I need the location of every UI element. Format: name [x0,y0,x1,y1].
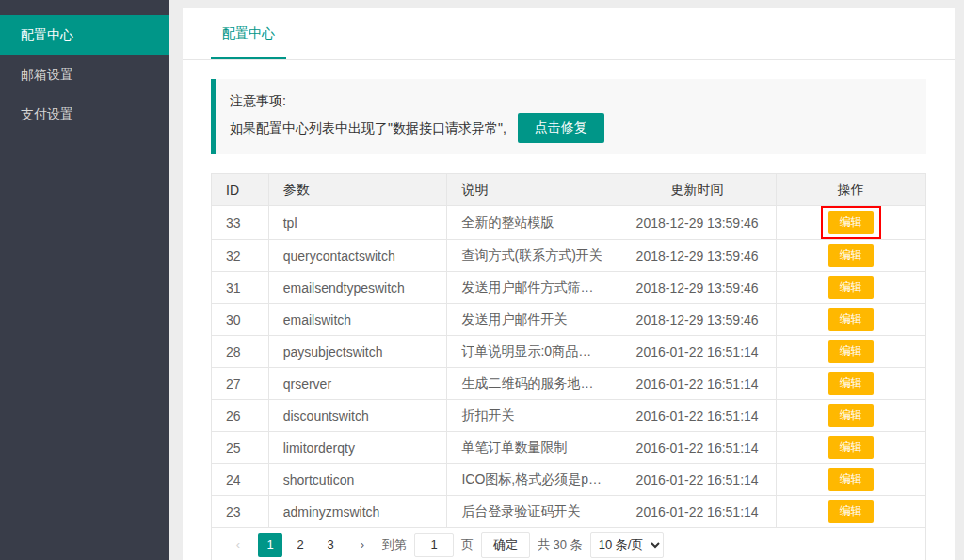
row-desc: 订单说明显示:0商品名,1订… [447,336,619,368]
table-row: 32querycontactswitch查询方式(联系方式)开关2018-12-… [212,240,926,272]
row-id: 27 [212,368,269,400]
row-param: querycontactswitch [268,240,447,272]
row-desc: 查询方式(联系方式)开关 [447,240,619,272]
row-desc: 发送用户邮件方式筛选开关 [447,272,619,304]
edit-button[interactable]: 编辑 [828,468,874,491]
sidebar-item-label: 邮箱设置 [21,67,73,82]
row-desc: 发送用户邮件开关 [447,304,619,336]
row-actions: 编辑 [776,240,925,272]
row-id: 24 [212,464,269,496]
row-time: 2016-01-22 16:51:14 [619,368,776,400]
row-time: 2016-01-22 16:51:14 [619,336,776,368]
fix-button[interactable]: 点击修复 [518,113,604,143]
sidebar-item-config-center[interactable]: 配置中心 [0,15,169,55]
row-param: tpl [268,206,447,240]
confirm-button[interactable]: 确定 [481,532,530,558]
row-param: adminyzmswitch [268,496,447,528]
row-desc: ICO图标,格式必须是png或… [447,464,619,496]
notice-box: 注意事项: 如果配置中心列表中出现了"数据接口请求异常", 点击修复 [211,79,926,154]
sidebar-nav: 配置中心 邮箱设置 支付设置 [0,15,169,134]
row-param: shortcuticon [268,464,447,496]
row-desc: 单笔订单数量限制 [447,432,619,464]
table-row: 33tpl全新的整站模版2018-12-29 13:59:46编辑 [212,206,926,240]
sidebar-item-payment-settings[interactable]: 支付设置 [0,94,169,134]
row-desc: 折扣开关 [447,400,619,432]
row-desc: 生成二维码的服务地址,默… [447,368,619,400]
row-actions: 编辑 [776,206,925,240]
column-header: 操作 [776,174,925,206]
content-card: 配置中心 注意事项: 如果配置中心列表中出现了"数据接口请求异常", 点击修复 … [183,8,955,560]
row-param: discountswitch [268,400,447,432]
total-count: 共 30 条 [538,536,583,553]
column-header: 参数 [268,174,447,206]
sidebar-item-label: 配置中心 [21,27,73,42]
row-id: 28 [212,336,269,368]
column-header: 说明 [447,174,619,206]
edit-button[interactable]: 编辑 [828,436,874,459]
row-desc: 后台登录验证码开关 [447,496,619,528]
table-row: 26discountswitch折扣开关2016-01-22 16:51:14编… [212,400,926,432]
row-param: emailsendtypeswitch [268,272,447,304]
notice-text: 如果配置中心列表中出现了"数据接口请求异常", [230,116,506,140]
goto-label: 到第 [382,536,407,553]
page-size-select[interactable]: 10 条/页 [590,532,664,558]
pagination: ‹ 123 › 到第 页 确定 共 30 条 10 条/页 [211,528,926,560]
pagination-page-3[interactable]: 3 [318,533,343,557]
table-row: 31emailsendtypeswitch发送用户邮件方式筛选开关2018-12… [212,272,926,304]
column-header: ID [212,174,269,206]
pagination-next-icon[interactable]: › [350,533,375,557]
column-header: 更新时间 [619,174,776,206]
sidebar: 配置中心 邮箱设置 支付设置 [0,0,169,560]
table-header: ID参数说明更新时间操作 [212,174,926,206]
config-table: ID参数说明更新时间操作 33tpl全新的整站模版2018-12-29 13:5… [211,173,926,528]
row-id: 31 [212,272,269,304]
row-param: paysubjectswitch [268,336,447,368]
edit-button[interactable]: 编辑 [828,211,874,234]
row-actions: 编辑 [776,304,925,336]
row-actions: 编辑 [776,496,925,528]
row-id: 23 [212,496,269,528]
row-id: 33 [212,206,269,240]
table-row: 25limitorderqty单笔订单数量限制2016-01-22 16:51:… [212,432,926,464]
row-param: emailswitch [268,304,447,336]
edit-button[interactable]: 编辑 [828,244,874,267]
row-id: 25 [212,432,269,464]
pagination-prev-icon[interactable]: ‹ [226,533,250,557]
highlight-box: 编辑 [821,206,881,239]
content-body: 注意事项: 如果配置中心列表中出现了"数据接口请求异常", 点击修复 ID参数说… [183,60,955,560]
edit-button[interactable]: 编辑 [828,404,874,427]
table-row: 27qrserver生成二维码的服务地址,默…2016-01-22 16:51:… [212,368,926,400]
goto-page-input[interactable] [414,533,454,557]
row-id: 26 [212,400,269,432]
table-row: 24shortcuticonICO图标,格式必须是png或…2016-01-22… [212,464,926,496]
edit-button[interactable]: 编辑 [828,308,874,331]
row-actions: 编辑 [776,400,925,432]
row-actions: 编辑 [776,368,925,400]
main-area: 配置中心 注意事项: 如果配置中心列表中出现了"数据接口请求异常", 点击修复 … [169,0,964,560]
pagination-page-1[interactable]: 1 [258,533,282,557]
row-time: 2016-01-22 16:51:14 [619,496,776,528]
sidebar-item-label: 支付设置 [21,106,73,121]
row-time: 2018-12-29 13:59:46 [619,240,776,272]
row-id: 32 [212,240,269,272]
edit-button[interactable]: 编辑 [828,340,874,363]
row-actions: 编辑 [776,432,925,464]
row-time: 2018-12-29 13:59:46 [619,206,776,240]
row-desc: 全新的整站模版 [447,206,619,240]
row-time: 2018-12-29 13:59:46 [619,272,776,304]
notice-title: 注意事项: [230,88,912,113]
page-label: 页 [461,536,474,553]
sidebar-item-email-settings[interactable]: 邮箱设置 [0,55,169,94]
tab-config-center[interactable]: 配置中心 [211,8,286,59]
table-row: 23adminyzmswitch后台登录验证码开关2016-01-22 16:5… [212,496,926,528]
row-time: 2016-01-22 16:51:14 [619,400,776,432]
table-row: 30emailswitch发送用户邮件开关2018-12-29 13:59:46… [212,304,926,336]
edit-button[interactable]: 编辑 [828,276,874,299]
edit-button[interactable]: 编辑 [828,500,874,523]
row-param: limitorderqty [268,432,447,464]
row-id: 30 [212,304,269,336]
tab-bar: 配置中心 [183,8,955,60]
edit-button[interactable]: 编辑 [828,372,874,395]
pagination-page-2[interactable]: 2 [288,533,313,557]
row-time: 2016-01-22 16:51:14 [619,432,776,464]
